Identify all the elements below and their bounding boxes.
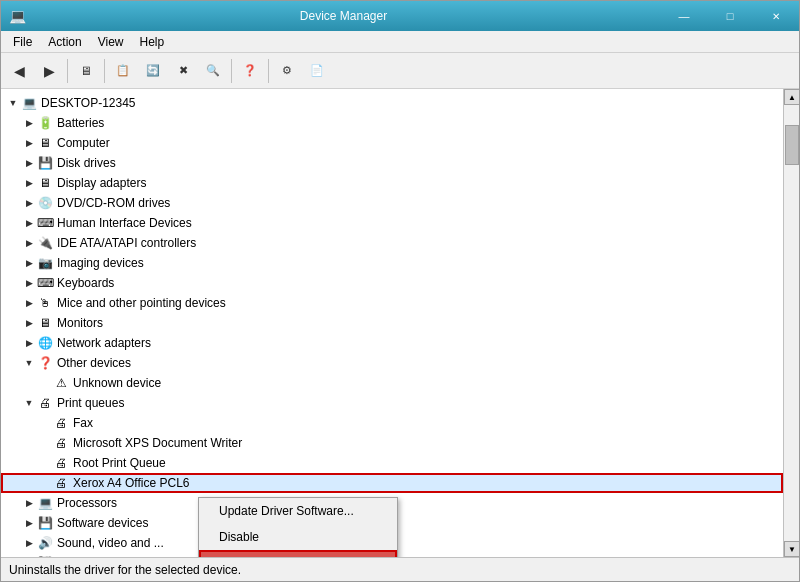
xps-label: Microsoft XPS Document Writer xyxy=(73,436,242,450)
computer-button[interactable]: 🖥 xyxy=(72,57,100,85)
other-label: Other devices xyxy=(57,356,131,370)
device-tree[interactable]: ▼ 💻 DESKTOP-12345 ▶ 🔋 Batteries ▶ 🖥 Comp… xyxy=(1,89,783,557)
scroll-track[interactable] xyxy=(784,105,799,541)
xps-icon: 🖨 xyxy=(53,435,69,451)
disk-arrow: ▶ xyxy=(21,155,37,171)
device-manager-window: 💻 Device Manager — □ ✕ File Action View … xyxy=(0,0,800,582)
tree-item-display[interactable]: ▶ 🖥 Display adapters xyxy=(1,173,783,193)
hid-label: Human Interface Devices xyxy=(57,216,192,230)
tree-item-ide[interactable]: ▶ 🔌 IDE ATA/ATAPI controllers xyxy=(1,233,783,253)
toolbar-separator-3 xyxy=(231,59,232,83)
menu-view[interactable]: View xyxy=(90,33,132,51)
root-label: DESKTOP-12345 xyxy=(41,96,136,110)
print-queues-label: Print queues xyxy=(57,396,124,410)
uninstall-button[interactable]: ✖ xyxy=(169,57,197,85)
xerox-icon: 🖨 xyxy=(53,475,69,491)
tree-item-dvd[interactable]: ▶ 💿 DVD/CD-ROM drives xyxy=(1,193,783,213)
close-button[interactable]: ✕ xyxy=(753,1,799,31)
batteries-icon: 🔋 xyxy=(37,115,53,131)
mice-icon: 🖱 xyxy=(37,295,53,311)
storage-label: Storage controlle... xyxy=(57,556,158,557)
toolbar-separator-2 xyxy=(104,59,105,83)
window-title: Device Manager xyxy=(26,9,661,23)
tree-item-network[interactable]: ▶ 🌐 Network adapters xyxy=(1,333,783,353)
ide-icon: 🔌 xyxy=(37,235,53,251)
imaging-arrow: ▶ xyxy=(21,255,37,271)
tree-item-other[interactable]: ▼ ❓ Other devices xyxy=(1,353,783,373)
network-label: Network adapters xyxy=(57,336,151,350)
tree-item-xps[interactable]: 🖨 Microsoft XPS Document Writer xyxy=(1,433,783,453)
tree-item-disk[interactable]: ▶ 💾 Disk drives xyxy=(1,153,783,173)
tree-item-unknown[interactable]: ⚠ Unknown device xyxy=(1,373,783,393)
tree-item-monitors[interactable]: ▶ 🖥 Monitors xyxy=(1,313,783,333)
batteries-arrow: ▶ xyxy=(21,115,37,131)
window-icon: 💻 xyxy=(9,8,26,24)
tree-item-mice[interactable]: ▶ 🖱 Mice and other pointing devices xyxy=(1,293,783,313)
fax-icon: 🖨 xyxy=(53,415,69,431)
dvd-icon: 💿 xyxy=(37,195,53,211)
toolbar-separator-4 xyxy=(268,59,269,83)
ide-arrow: ▶ xyxy=(21,235,37,251)
menu-action[interactable]: Action xyxy=(40,33,89,51)
network-arrow: ▶ xyxy=(21,335,37,351)
scan-button[interactable]: 🔍 xyxy=(199,57,227,85)
scrollbar[interactable]: ▲ ▼ xyxy=(783,89,799,557)
fax-arrow xyxy=(37,415,53,431)
sound-arrow: ▶ xyxy=(21,535,37,551)
unknown-label: Unknown device xyxy=(73,376,161,390)
sound-label: Sound, video and ... xyxy=(57,536,164,550)
main-area: ▼ 💻 DESKTOP-12345 ▶ 🔋 Batteries ▶ 🖥 Comp… xyxy=(1,89,799,557)
root-print-arrow xyxy=(37,455,53,471)
extra-btn-1[interactable]: ⚙ xyxy=(273,57,301,85)
display-icon: 🖥 xyxy=(37,175,53,191)
status-bar: Uninstalls the driver for the selected d… xyxy=(1,557,799,581)
tree-item-keyboards[interactable]: ▶ ⌨ Keyboards xyxy=(1,273,783,293)
tree-item-xerox[interactable]: 🖨 Xerox A4 Office PCL6 xyxy=(1,473,783,493)
unknown-arrow xyxy=(37,375,53,391)
tree-item-computer[interactable]: ▶ 🖥 Computer xyxy=(1,133,783,153)
monitors-arrow: ▶ xyxy=(21,315,37,331)
unknown-icon: ⚠ xyxy=(53,375,69,391)
tree-item-print-queues[interactable]: ▼ 🖨 Print queues xyxy=(1,393,783,413)
tree-item-fax[interactable]: 🖨 Fax xyxy=(1,413,783,433)
scroll-thumb[interactable] xyxy=(785,125,799,165)
dvd-label: DVD/CD-ROM drives xyxy=(57,196,170,210)
menu-help[interactable]: Help xyxy=(132,33,173,51)
root-print-icon: 🖨 xyxy=(53,455,69,471)
tree-item-imaging[interactable]: ▶ 📷 Imaging devices xyxy=(1,253,783,273)
xerox-arrow xyxy=(37,475,53,491)
disk-label: Disk drives xyxy=(57,156,116,170)
monitors-label: Monitors xyxy=(57,316,103,330)
batteries-label: Batteries xyxy=(57,116,104,130)
software-label: Software devices xyxy=(57,516,148,530)
processors-arrow: ▶ xyxy=(21,495,37,511)
scroll-down-button[interactable]: ▼ xyxy=(784,541,799,557)
tree-item-batteries[interactable]: ▶ 🔋 Batteries xyxy=(1,113,783,133)
ctx-disable[interactable]: Disable xyxy=(199,524,397,550)
tree-root[interactable]: ▼ 💻 DESKTOP-12345 xyxy=(1,93,783,113)
tree-item-hid[interactable]: ▶ ⌨ Human Interface Devices xyxy=(1,213,783,233)
toolbar: ◀ ▶ 🖥 📋 🔄 ✖ 🔍 ❓ ⚙ 📄 xyxy=(1,53,799,89)
update-driver-button[interactable]: 🔄 xyxy=(139,57,167,85)
minimize-button[interactable]: — xyxy=(661,1,707,31)
print-queues-arrow: ▼ xyxy=(21,395,37,411)
back-button[interactable]: ◀ xyxy=(5,57,33,85)
hid-icon: ⌨ xyxy=(37,215,53,231)
properties-button[interactable]: 📋 xyxy=(109,57,137,85)
tree-item-root-print[interactable]: 🖨 Root Print Queue xyxy=(1,453,783,473)
display-arrow: ▶ xyxy=(21,175,37,191)
ctx-update-driver[interactable]: Update Driver Software... xyxy=(199,498,397,524)
extra-btn-2[interactable]: 📄 xyxy=(303,57,331,85)
maximize-button[interactable]: □ xyxy=(707,1,753,31)
forward-button[interactable]: ▶ xyxy=(35,57,63,85)
scroll-up-button[interactable]: ▲ xyxy=(784,89,799,105)
print-queues-icon: 🖨 xyxy=(37,395,53,411)
ctx-uninstall[interactable]: Uninstall xyxy=(199,550,397,557)
menu-file[interactable]: File xyxy=(5,33,40,51)
help-button[interactable]: ❓ xyxy=(236,57,264,85)
storage-arrow: ▶ xyxy=(21,555,37,557)
window-controls: — □ ✕ xyxy=(661,1,799,31)
computer-label: Computer xyxy=(57,136,110,150)
context-menu: Update Driver Software... Disable Uninst… xyxy=(198,497,398,557)
storage-icon: 💾 xyxy=(37,555,53,557)
